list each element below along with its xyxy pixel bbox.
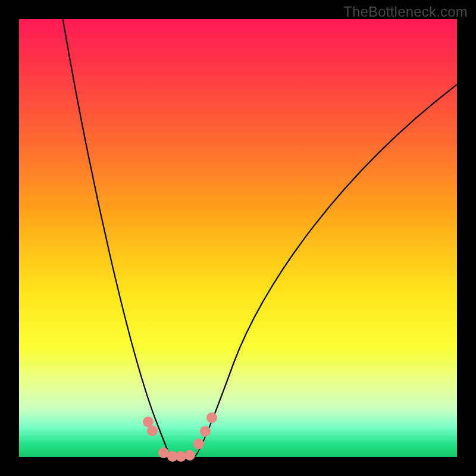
curve-left-branch <box>63 19 175 467</box>
curve-right-branch <box>194 84 457 457</box>
curve-layer <box>19 19 457 457</box>
svg-point-6 <box>193 439 204 449</box>
highlight-markers <box>143 412 217 462</box>
svg-point-1 <box>147 425 158 436</box>
plot-area <box>19 19 457 457</box>
svg-point-7 <box>200 426 211 437</box>
watermark-text: TheBottleneck.com <box>343 4 468 20</box>
svg-point-8 <box>206 412 217 423</box>
svg-point-5 <box>184 450 195 461</box>
